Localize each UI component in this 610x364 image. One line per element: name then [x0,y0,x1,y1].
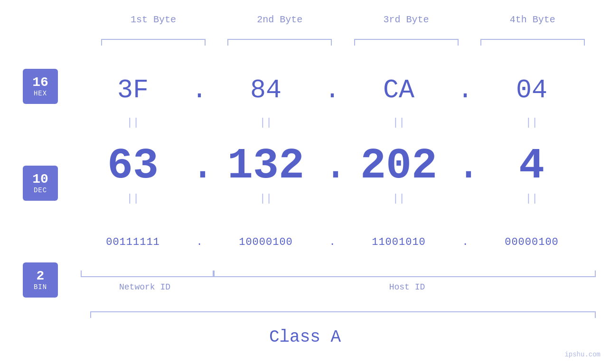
full-bottom-line [90,311,596,312]
equals-row-1: || || || || [76,115,601,130]
class-label: Class A [0,327,610,347]
eq2-b3: || [342,191,456,205]
hex-byte1: 3F [76,75,190,105]
eq2-b1: || [76,191,190,205]
eq2-b2: || [209,191,323,205]
bin-byte4: 00000100 [475,236,589,248]
eq1-b2: || [209,115,323,130]
hex-byte2: 84 [209,75,323,105]
dec-byte2: 132 [209,142,323,190]
dec-label: DEC [34,187,47,194]
top-brackets [90,39,596,47]
dec-byte4: 4 [475,142,589,190]
bin-byte2: 10000100 [209,236,323,248]
host-id-label: Host ID [214,282,601,292]
hex-label: HEX [34,90,47,97]
dot2-hex: . [323,75,342,105]
network-id-label: Network ID [76,282,214,292]
main-container: 1st Byte 2nd Byte 3rd Byte 4th Byte 16 H… [0,0,610,364]
bin-byte1: 00111111 [76,236,190,248]
dot2-bin: . [323,236,342,248]
equals-row-2: || || || || [76,191,601,205]
bottom-brackets [76,269,601,277]
dec-badge: 10 DEC [23,166,58,201]
hex-byte3: CA [342,75,456,105]
header-col4: 4th Byte [476,14,590,25]
dec-row: 63 . 132 . 202 . 4 [76,145,610,187]
dot1-bin: . [190,236,209,248]
bracket-col2 [223,39,337,47]
bin-label: BIN [34,283,47,291]
base-labels: 16 HEX 10 DEC 2 BIN [23,69,58,298]
bracket-col4 [476,39,590,47]
dot3-hex: . [456,75,475,105]
dot1-hex: . [190,75,209,105]
bin-num: 2 [37,269,45,284]
dot1-dec: . [190,142,209,190]
watermark: ipshu.com [564,351,601,358]
dec-byte1: 63 [76,142,190,190]
hex-num: 16 [32,75,48,90]
bin-byte3: 11001010 [342,236,456,248]
hex-row: 3F . 84 . CA . 04 [76,69,610,112]
eq1-b3: || [342,115,456,130]
dec-num: 10 [32,172,48,187]
hex-badge: 16 HEX [23,69,58,104]
network-bracket [76,269,214,277]
header-col2: 2nd Byte [223,14,337,25]
eq1-b4: || [475,115,589,130]
dot3-dec: . [456,142,475,190]
bracket-col3 [349,39,463,47]
bracket-col1 [96,39,210,47]
dec-byte3: 202 [342,142,456,190]
eq1-b1: || [76,115,190,130]
bin-row: 00111111 . 10000100 . 11001010 . 0000010… [76,221,610,263]
dot3-bin: . [456,236,475,248]
dot2-dec: . [323,142,342,190]
host-bracket [214,269,601,277]
hex-byte4: 04 [475,75,589,105]
header-col1: 1st Byte [96,14,210,25]
headers-row: 1st Byte 2nd Byte 3rd Byte 4th Byte [90,14,596,25]
eq2-b4: || [475,191,589,205]
header-col3: 3rd Byte [349,14,463,25]
bin-badge: 2 BIN [23,262,58,298]
